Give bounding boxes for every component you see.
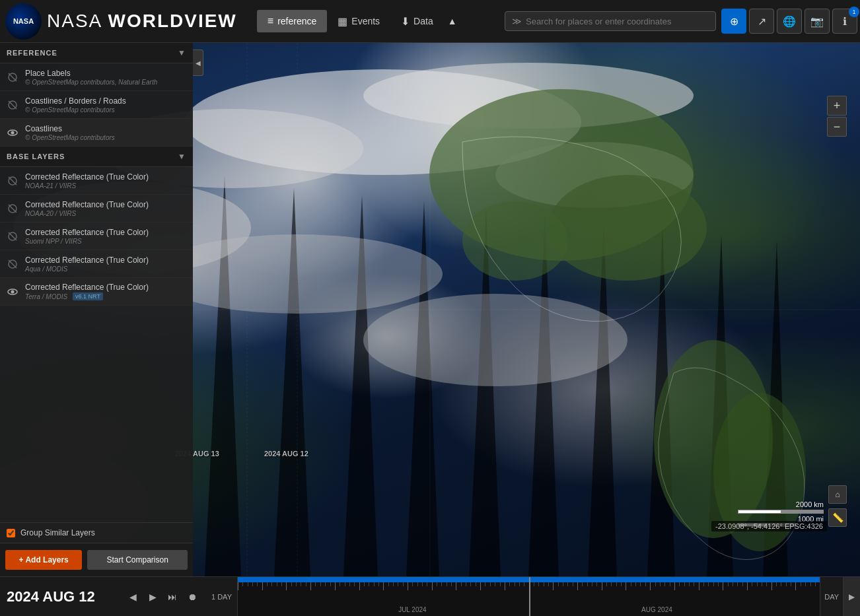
sidebar-toggle-icon: ◀ xyxy=(196,59,201,67)
header: NASA NASA WORLDVIEW ≡ reference ▦ Events… xyxy=(0,0,860,43)
tab-collapse[interactable]: ▲ xyxy=(444,11,461,32)
home-icon: ⌂ xyxy=(835,490,840,499)
place-labels-visibility-button[interactable] xyxy=(5,70,20,85)
month-label-jul: JUL 2024 xyxy=(398,606,426,613)
tab-events-label: Events xyxy=(351,16,380,26)
layer-actions: + Add Layers Start Comparison xyxy=(0,543,193,576)
day-indicator: DAY xyxy=(820,577,843,616)
cr-suomi-sub: Suomi NPP / VIIRS xyxy=(25,238,188,245)
svg-point-22 xyxy=(11,131,15,134)
cr-suomi-name: Corrected Reflectance (True Color) xyxy=(25,228,188,237)
skip-to-end-button[interactable]: ⏭ xyxy=(164,588,181,605)
cr-noaa20-visibility-button[interactable] xyxy=(5,201,20,216)
app-name-prefix: NASA xyxy=(47,11,102,31)
svg-point-32 xyxy=(11,290,15,293)
layer-cr-aqua[interactable]: Corrected Reflectance (True Color) Aqua … xyxy=(0,250,193,278)
cr-aqua-name: Corrected Reflectance (True Color) xyxy=(25,256,188,265)
play-forward-button[interactable]: ▶ xyxy=(144,588,161,605)
cr-suomi-visibility-button[interactable] xyxy=(5,229,20,244)
timeline: 2024 AUG 12 ◀ ▶ ⏭ ⏺ 1 DAY ▲ JUL 2024 AUG… xyxy=(0,576,860,616)
start-comparison-button[interactable]: Start Comparison xyxy=(87,550,188,570)
share-icon: ↗ xyxy=(758,15,766,28)
layer-cr-terra[interactable]: Corrected Reflectance (True Color) Terra… xyxy=(0,278,193,306)
month-label-aug: AUG 2024 xyxy=(641,606,672,613)
timeline-track[interactable]: ▲ JUL 2024 AUG 2024 xyxy=(237,577,820,616)
timeline-cursor xyxy=(529,577,530,616)
cr-terra-badge: v6.1 NRT xyxy=(73,292,103,300)
cr-terra-visibility-button[interactable] xyxy=(5,285,20,299)
reference-label: REFERENCE xyxy=(7,49,57,57)
tab-data-label: Data xyxy=(413,16,433,26)
group-similar-checkbox[interactable] xyxy=(7,529,15,537)
layer-cr-noaa21[interactable]: Corrected Reflectance (True Color) NOAA-… xyxy=(0,167,193,195)
info-button[interactable]: ℹ 1 xyxy=(832,9,857,34)
camera-icon: 📷 xyxy=(810,15,824,28)
coordinates-display: -23.0908°, -54.4126° EPSG:4326 xyxy=(711,521,827,531)
collapse-icon: ▲ xyxy=(448,16,457,26)
coastlines-sub: © OpenStreetMap contributors xyxy=(25,134,188,141)
zoom-controls: + − xyxy=(827,96,847,137)
loop-button[interactable]: ⏺ xyxy=(184,588,201,605)
layer-cr-suomi[interactable]: Corrected Reflectance (True Color) Suomi… xyxy=(0,222,193,250)
base-layers-collapse-button[interactable]: ▼ xyxy=(178,152,186,161)
coastlines-borders-sub: © OpenStreetMap contributors xyxy=(25,106,188,114)
timeline-controls: ◀ ▶ ⏭ ⏺ xyxy=(119,577,206,616)
place-labels-info: Place Labels © OpenStreetMap contributor… xyxy=(25,69,188,86)
base-layers-label: BASE LAYERS xyxy=(7,153,65,160)
layer-cr-noaa20[interactable]: Corrected Reflectance (True Color) NOAA-… xyxy=(0,195,193,222)
nasa-logo-text: NASA xyxy=(13,17,34,25)
coastlines-info: Coastlines © OpenStreetMap contributors xyxy=(25,124,188,141)
coastlines-name: Coastlines xyxy=(25,124,188,133)
tab-layers-label: reference xyxy=(277,16,316,26)
cr-terra-info: Corrected Reflectance (True Color) Terra… xyxy=(25,283,188,300)
day-label: DAY xyxy=(824,593,839,601)
group-similar-label[interactable]: Group Similar Layers xyxy=(20,528,95,537)
ruler-icon: 📏 xyxy=(832,512,843,523)
cr-terra-name: Corrected Reflectance (True Color) xyxy=(25,283,188,292)
current-date: 2024 AUG 12 xyxy=(7,588,95,605)
reference-collapse-button[interactable]: ▼ xyxy=(178,48,186,57)
search-bar: ≫ xyxy=(505,11,716,31)
ruler-button[interactable]: 📏 xyxy=(828,508,847,527)
sidebar-toggle-button[interactable]: ◀ xyxy=(193,50,203,76)
cr-aqua-sub: Aqua / MODIS xyxy=(25,265,188,273)
layer-place-labels[interactable]: Place Labels © OpenStreetMap contributor… xyxy=(0,63,193,91)
app-name-main: WORLDVIEW xyxy=(108,11,236,31)
group-similar-layers: Group Similar Layers xyxy=(0,522,193,543)
location-button[interactable]: ⊕ xyxy=(721,9,746,34)
chevron-right-icon: ▶ xyxy=(849,592,855,601)
zoom-out-button[interactable]: − xyxy=(827,117,847,137)
add-layers-button[interactable]: + Add Layers xyxy=(5,550,82,570)
coastlines-borders-name: Coastlines / Borders / Roads xyxy=(25,96,188,106)
step-back-button[interactable]: ◀ xyxy=(124,588,141,605)
interval-value: 1 DAY xyxy=(211,593,232,601)
tab-events[interactable]: ▦ Events xyxy=(327,10,390,33)
coastlines-borders-info: Coastlines / Borders / Roads © OpenStree… xyxy=(25,96,188,114)
cr-suomi-info: Corrected Reflectance (True Color) Suomi… xyxy=(25,228,188,245)
tab-layers[interactable]: ≡ reference xyxy=(257,10,328,32)
nasa-logo: NASA xyxy=(5,3,42,40)
map-reset-button[interactable]: ⌂ xyxy=(828,485,847,504)
timeline-expand-right-button[interactable]: ▶ xyxy=(843,577,860,616)
svg-point-6 xyxy=(363,294,627,386)
cr-noaa21-info: Corrected Reflectance (True Color) NOAA-… xyxy=(25,172,188,189)
camera-button[interactable]: 📷 xyxy=(805,9,830,34)
zoom-in-button[interactable]: + xyxy=(827,96,847,116)
globe-icon: 🌐 xyxy=(783,15,796,28)
globe-button[interactable]: 🌐 xyxy=(777,9,802,34)
cr-aqua-visibility-button[interactable] xyxy=(5,257,20,271)
share-button[interactable]: ↗ xyxy=(749,9,774,34)
info-badge: 1 xyxy=(849,7,859,17)
search-input[interactable] xyxy=(526,17,709,26)
layer-coastlines-borders[interactable]: Coastlines / Borders / Roads © OpenStree… xyxy=(0,91,193,119)
layers-icon: ≡ xyxy=(268,15,273,27)
tab-data[interactable]: ⬇ Data xyxy=(390,10,444,33)
cr-noaa21-sub: NOAA-21 / VIIRS xyxy=(25,182,188,189)
coastlines-visibility-button[interactable] xyxy=(5,125,20,140)
coastlines-borders-visibility-button[interactable] xyxy=(5,98,20,112)
layer-coastlines[interactable]: Coastlines © OpenStreetMap contributors xyxy=(0,119,193,147)
sidebar: REFERENCE ▼ Place Labels © OpenStreetMap… xyxy=(0,43,193,576)
cr-noaa21-name: Corrected Reflectance (True Color) xyxy=(25,172,188,182)
cr-noaa21-visibility-button[interactable] xyxy=(5,174,20,188)
cr-noaa20-name: Corrected Reflectance (True Color) xyxy=(25,200,188,209)
